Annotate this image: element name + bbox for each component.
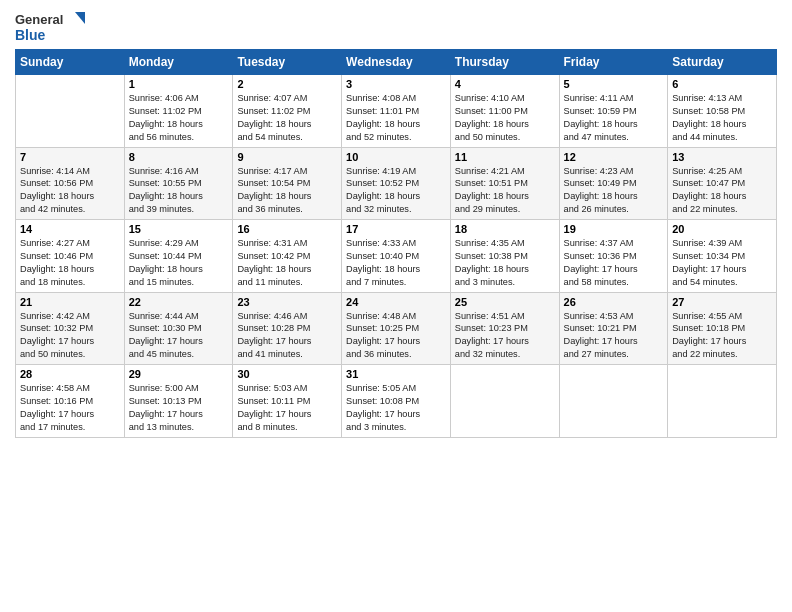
day-number: 23 [237, 296, 337, 308]
svg-text:General: General [15, 12, 63, 27]
cell-content: Sunrise: 4:29 AM Sunset: 10:44 PM Daylig… [129, 237, 229, 289]
day-number: 17 [346, 223, 446, 235]
cell-content: Sunrise: 5:03 AM Sunset: 10:11 PM Daylig… [237, 382, 337, 434]
calendar-cell: 4Sunrise: 4:10 AM Sunset: 11:00 PM Dayli… [450, 75, 559, 148]
calendar-cell: 22Sunrise: 4:44 AM Sunset: 10:30 PM Dayl… [124, 292, 233, 365]
day-header-sunday: Sunday [16, 50, 125, 75]
cell-content: Sunrise: 4:55 AM Sunset: 10:18 PM Daylig… [672, 310, 772, 362]
week-row-3: 14Sunrise: 4:27 AM Sunset: 10:46 PM Dayl… [16, 220, 777, 293]
day-number: 14 [20, 223, 120, 235]
calendar-cell: 8Sunrise: 4:16 AM Sunset: 10:55 PM Dayli… [124, 147, 233, 220]
calendar-cell: 30Sunrise: 5:03 AM Sunset: 10:11 PM Dayl… [233, 365, 342, 438]
week-row-2: 7Sunrise: 4:14 AM Sunset: 10:56 PM Dayli… [16, 147, 777, 220]
calendar-cell: 18Sunrise: 4:35 AM Sunset: 10:38 PM Dayl… [450, 220, 559, 293]
cell-content: Sunrise: 4:25 AM Sunset: 10:47 PM Daylig… [672, 165, 772, 217]
day-number: 9 [237, 151, 337, 163]
calendar-cell: 7Sunrise: 4:14 AM Sunset: 10:56 PM Dayli… [16, 147, 125, 220]
cell-content: Sunrise: 4:10 AM Sunset: 11:00 PM Daylig… [455, 92, 555, 144]
day-number: 19 [564, 223, 664, 235]
calendar-cell: 19Sunrise: 4:37 AM Sunset: 10:36 PM Dayl… [559, 220, 668, 293]
calendar-cell: 23Sunrise: 4:46 AM Sunset: 10:28 PM Dayl… [233, 292, 342, 365]
day-number: 7 [20, 151, 120, 163]
day-number: 11 [455, 151, 555, 163]
logo-svg: General Blue [15, 10, 85, 45]
calendar-table: SundayMondayTuesdayWednesdayThursdayFrid… [15, 49, 777, 438]
cell-content: Sunrise: 4:17 AM Sunset: 10:54 PM Daylig… [237, 165, 337, 217]
cell-content: Sunrise: 4:31 AM Sunset: 10:42 PM Daylig… [237, 237, 337, 289]
calendar-cell: 10Sunrise: 4:19 AM Sunset: 10:52 PM Dayl… [342, 147, 451, 220]
svg-text:Blue: Blue [15, 27, 46, 43]
cell-content: Sunrise: 4:35 AM Sunset: 10:38 PM Daylig… [455, 237, 555, 289]
cell-content: Sunrise: 4:14 AM Sunset: 10:56 PM Daylig… [20, 165, 120, 217]
cell-content: Sunrise: 5:00 AM Sunset: 10:13 PM Daylig… [129, 382, 229, 434]
calendar-cell: 13Sunrise: 4:25 AM Sunset: 10:47 PM Dayl… [668, 147, 777, 220]
calendar-cell: 2Sunrise: 4:07 AM Sunset: 11:02 PM Dayli… [233, 75, 342, 148]
calendar-cell: 6Sunrise: 4:13 AM Sunset: 10:58 PM Dayli… [668, 75, 777, 148]
day-number: 1 [129, 78, 229, 90]
calendar-cell: 28Sunrise: 4:58 AM Sunset: 10:16 PM Dayl… [16, 365, 125, 438]
day-number: 8 [129, 151, 229, 163]
calendar-cell: 1Sunrise: 4:06 AM Sunset: 11:02 PM Dayli… [124, 75, 233, 148]
calendar-cell [559, 365, 668, 438]
cell-content: Sunrise: 4:07 AM Sunset: 11:02 PM Daylig… [237, 92, 337, 144]
day-header-wednesday: Wednesday [342, 50, 451, 75]
cell-content: Sunrise: 4:44 AM Sunset: 10:30 PM Daylig… [129, 310, 229, 362]
day-number: 20 [672, 223, 772, 235]
day-number: 6 [672, 78, 772, 90]
cell-content: Sunrise: 4:39 AM Sunset: 10:34 PM Daylig… [672, 237, 772, 289]
calendar-cell: 21Sunrise: 4:42 AM Sunset: 10:32 PM Dayl… [16, 292, 125, 365]
day-header-thursday: Thursday [450, 50, 559, 75]
cell-content: Sunrise: 4:21 AM Sunset: 10:51 PM Daylig… [455, 165, 555, 217]
page: General Blue SundayMondayTuesdayWednesda… [0, 0, 792, 612]
calendar-cell [450, 365, 559, 438]
calendar-cell: 16Sunrise: 4:31 AM Sunset: 10:42 PM Dayl… [233, 220, 342, 293]
calendar-cell: 25Sunrise: 4:51 AM Sunset: 10:23 PM Dayl… [450, 292, 559, 365]
week-row-4: 21Sunrise: 4:42 AM Sunset: 10:32 PM Dayl… [16, 292, 777, 365]
day-number: 18 [455, 223, 555, 235]
cell-content: Sunrise: 4:27 AM Sunset: 10:46 PM Daylig… [20, 237, 120, 289]
calendar-cell: 14Sunrise: 4:27 AM Sunset: 10:46 PM Dayl… [16, 220, 125, 293]
day-number: 27 [672, 296, 772, 308]
day-number: 2 [237, 78, 337, 90]
calendar-cell: 15Sunrise: 4:29 AM Sunset: 10:44 PM Dayl… [124, 220, 233, 293]
calendar-cell: 20Sunrise: 4:39 AM Sunset: 10:34 PM Dayl… [668, 220, 777, 293]
calendar-cell [16, 75, 125, 148]
day-header-monday: Monday [124, 50, 233, 75]
day-number: 26 [564, 296, 664, 308]
calendar-cell: 9Sunrise: 4:17 AM Sunset: 10:54 PM Dayli… [233, 147, 342, 220]
svg-marker-2 [75, 12, 85, 24]
day-number: 24 [346, 296, 446, 308]
calendar-cell: 12Sunrise: 4:23 AM Sunset: 10:49 PM Dayl… [559, 147, 668, 220]
logo: General Blue [15, 10, 85, 45]
day-number: 28 [20, 368, 120, 380]
day-header-tuesday: Tuesday [233, 50, 342, 75]
header-row: SundayMondayTuesdayWednesdayThursdayFrid… [16, 50, 777, 75]
day-number: 13 [672, 151, 772, 163]
day-header-friday: Friday [559, 50, 668, 75]
cell-content: Sunrise: 4:19 AM Sunset: 10:52 PM Daylig… [346, 165, 446, 217]
calendar-cell: 26Sunrise: 4:53 AM Sunset: 10:21 PM Dayl… [559, 292, 668, 365]
cell-content: Sunrise: 4:23 AM Sunset: 10:49 PM Daylig… [564, 165, 664, 217]
cell-content: Sunrise: 4:11 AM Sunset: 10:59 PM Daylig… [564, 92, 664, 144]
day-number: 5 [564, 78, 664, 90]
day-number: 29 [129, 368, 229, 380]
day-number: 31 [346, 368, 446, 380]
calendar-cell: 3Sunrise: 4:08 AM Sunset: 11:01 PM Dayli… [342, 75, 451, 148]
cell-content: Sunrise: 4:37 AM Sunset: 10:36 PM Daylig… [564, 237, 664, 289]
cell-content: Sunrise: 4:46 AM Sunset: 10:28 PM Daylig… [237, 310, 337, 362]
day-number: 21 [20, 296, 120, 308]
cell-content: Sunrise: 4:08 AM Sunset: 11:01 PM Daylig… [346, 92, 446, 144]
calendar-cell: 27Sunrise: 4:55 AM Sunset: 10:18 PM Dayl… [668, 292, 777, 365]
day-number: 22 [129, 296, 229, 308]
day-number: 3 [346, 78, 446, 90]
cell-content: Sunrise: 4:16 AM Sunset: 10:55 PM Daylig… [129, 165, 229, 217]
cell-content: Sunrise: 5:05 AM Sunset: 10:08 PM Daylig… [346, 382, 446, 434]
cell-content: Sunrise: 4:06 AM Sunset: 11:02 PM Daylig… [129, 92, 229, 144]
week-row-1: 1Sunrise: 4:06 AM Sunset: 11:02 PM Dayli… [16, 75, 777, 148]
calendar-cell: 31Sunrise: 5:05 AM Sunset: 10:08 PM Dayl… [342, 365, 451, 438]
cell-content: Sunrise: 4:42 AM Sunset: 10:32 PM Daylig… [20, 310, 120, 362]
calendar-cell: 5Sunrise: 4:11 AM Sunset: 10:59 PM Dayli… [559, 75, 668, 148]
header: General Blue [15, 10, 777, 45]
calendar-cell: 24Sunrise: 4:48 AM Sunset: 10:25 PM Dayl… [342, 292, 451, 365]
cell-content: Sunrise: 4:48 AM Sunset: 10:25 PM Daylig… [346, 310, 446, 362]
